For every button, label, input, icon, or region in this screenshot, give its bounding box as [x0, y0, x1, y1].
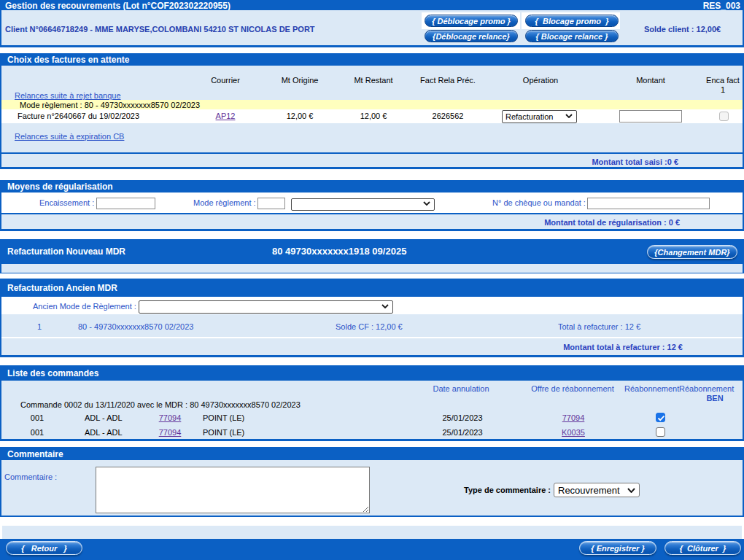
col-reabonnement: Réabonnement [624, 384, 679, 393]
ancien-mdr-section-body: Ancien Mode de Règlement : 1 80 - 49730x… [0, 297, 744, 357]
ancien-mdr-section-header: Refacturation Ancien MDR [0, 279, 744, 297]
blocage-relance-button[interactable]: { Blocage relance } [525, 30, 619, 42]
commande-row-type: ADL - ADL [85, 428, 123, 437]
deblocage-relance-button[interactable]: {Déblocage relance} [425, 30, 518, 42]
factures-section-header: Choix des factures en attente [0, 53, 744, 66]
col-offre-reabonnement: Offre de réabonnement [531, 384, 614, 393]
col-fact-rela: Fact Rela Préc. [420, 76, 476, 85]
commande-row-code-link[interactable]: 77094 [159, 428, 182, 437]
factures-divider [1, 152, 743, 154]
col-mt-restant: Mt Restant [354, 76, 392, 85]
ancien-mdr-row: 1 80 - 49730xxxxxxx8570 02/2023 Solde CF… [1, 314, 743, 337]
commentaire-section-title: Commentaire [7, 449, 63, 459]
operation-select-wrap: Refacturation [502, 109, 577, 122]
regularisation-section-title: Moyens de régularisation [7, 182, 113, 192]
nouveau-mdr-strip [0, 264, 744, 273]
montant-total-regularisation: Montant total de régularisation : 0 € [544, 218, 680, 227]
mt-restant-value: 12,00 € [360, 112, 387, 120]
commandes-section-title: Liste des commandes [7, 368, 98, 378]
commentaire-section-body: Commentaire : Type de commentaire : Reco… [0, 460, 744, 517]
mode-reglement-select[interactable] [291, 198, 435, 211]
deblocage-promo-button[interactable]: { Déblocage promo } [425, 15, 518, 27]
ancien-mdr-select[interactable] [139, 300, 393, 314]
col-montant: Montant [636, 76, 665, 85]
fact-rela-value: 2626562 [433, 112, 464, 120]
type-commentaire-label: Type de commentaire : [464, 486, 551, 494]
cheque-label: N° de chèque ou mandat : [492, 198, 586, 207]
operation-select[interactable]: Refacturation [502, 110, 577, 123]
encaissement-label: Encaissement : [39, 198, 94, 207]
commande-row-num: 001 [31, 413, 44, 422]
cheque-input[interactable] [587, 198, 710, 209]
mode-reglement-label: Mode règlement : [193, 198, 256, 207]
commande-row-date: 25/01/2023 [442, 413, 482, 422]
page: { "colors":{"primary_blue":"#0b60c4","pa… [0, 0, 744, 560]
ancien-mdr-total-row: Montant total à refacturer : 12 € [1, 338, 743, 355]
commande-row-num: 001 [31, 428, 44, 437]
commande-row-name: POINT (LE) [203, 428, 244, 437]
ancien-mdr-section-title: Refacturation Ancien MDR [7, 283, 117, 293]
solde-client: Solde client : 12,00€ [644, 25, 721, 34]
courrier-link[interactable]: AP12 [216, 112, 236, 120]
ancien-mdr-label: Ancien Mode de Règlement : [33, 302, 136, 311]
commande-row-offre-link[interactable]: K0035 [562, 428, 585, 437]
mode-reglement-input[interactable] [257, 198, 285, 209]
facture-label: Facture n°2640667 du 19/02/2023 [18, 112, 139, 120]
commentaire-label: Commentaire : [4, 472, 57, 481]
changement-mdr-button[interactable]: {Changement MDR} [647, 245, 737, 259]
enca-fact-checkbox[interactable] [719, 112, 729, 121]
type-commentaire-select[interactable]: Recouvrement [554, 483, 640, 497]
montant-input[interactable] [619, 110, 682, 122]
ancien-mdr-row-mdr: 80 - 49730xxxxxxx8570 02/2023 [78, 322, 193, 331]
ancien-mdr-row-total: Total à refacturer : 12 € [558, 322, 640, 331]
commentaire-textarea[interactable] [96, 467, 370, 513]
nouveau-mdr-title: Refacturation Nouveau MDR [7, 246, 125, 257]
montant-total-refacturer: Montant total à refacturer : 12 € [563, 343, 683, 351]
commande-row-type: ADL - ADL [85, 413, 123, 422]
commandes-section-body: Date annulation Offre de réabonnement Ré… [0, 381, 744, 441]
col-enca-fact-num: 1 [721, 85, 725, 94]
relances-expiration-link[interactable]: Relances suite à expiration CB [15, 132, 124, 141]
commentaire-section-header: Commentaire [0, 447, 744, 460]
blocage-promo-button[interactable]: { Blocage promo } [525, 15, 619, 27]
montant-total-saisi: Montant total saisi :0 € [592, 158, 678, 166]
commande-row-code-link[interactable]: 77094 [159, 413, 182, 422]
footer-bar: { Retour } { Enregistrer } { Clôturer } [0, 539, 744, 560]
mode-reglement-text: Mode règlement : 80 - 49730xxxxxxx8570 0… [20, 101, 200, 109]
reabonnement-checkbox[interactable] [656, 427, 665, 437]
relances-rejet-link[interactable]: Relances suite à rejet banque [15, 91, 121, 100]
mode-reglement-row: Mode règlement : 80 - 49730xxxxxxx8570 0… [1, 100, 743, 109]
col-reabonnement-ben-2: BEN [706, 394, 723, 402]
regularisation-fields-row: Encaissement : Mode règlement : N° de ch… [1, 192, 743, 213]
commande-header-line: Commande 0002 du 13/11/2020 avec le MDR … [20, 400, 301, 409]
commandes-section-header: Liste des commandes [0, 365, 744, 381]
nouveau-mdr-band: Refacturation Nouveau MDR 80 49730xxxxxx… [0, 239, 744, 264]
encaissement-input[interactable] [96, 198, 155, 209]
title-bar: Gestion des recouvrements (Lot n°COF2023… [0, 0, 744, 10]
col-mt-origine: Mt Origine [282, 76, 319, 85]
retour-button[interactable]: { Retour } [6, 541, 82, 555]
col-date-annulation: Date annulation [433, 384, 489, 393]
commande-row-offre-link[interactable]: 77094 [562, 413, 585, 422]
page-title: Gestion des recouvrements (Lot n°COF2023… [5, 1, 230, 11]
cloturer-button[interactable]: { Clôturer } [664, 541, 741, 555]
commande-row-name: POINT (LE) [203, 413, 244, 422]
ancien-mdr-row-solde: Solde CF : 12,00 € [336, 322, 403, 331]
factures-section-body: Courrier Mt Origine Mt Restant Fact Rela… [0, 66, 744, 169]
ancien-mdr-row-num: 1 [37, 322, 42, 331]
ancien-mdr-select-wrap [139, 300, 393, 313]
regularisation-divider [1, 213, 743, 214]
mode-reglement-select-wrap [291, 197, 435, 209]
client-label: Client N°06646718249 - MME MARYSE,COLOMB… [5, 25, 315, 34]
col-courrier: Courrier [211, 76, 240, 85]
col-enca-fact: Enca fact [706, 76, 740, 85]
enregistrer-button[interactable]: { Enregistrer } [579, 541, 656, 555]
nouveau-mdr-value: 80 49730xxxxxxx1918 09/2025 [272, 246, 406, 257]
footer-strip [2, 526, 742, 539]
regularisation-section-header: Moyens de régularisation [0, 180, 744, 192]
col-operation: Opération [523, 76, 558, 85]
screen-code: RES_003 [703, 1, 740, 11]
regularisation-section-body: Encaissement : Mode règlement : N° de ch… [0, 192, 744, 231]
factures-section-title: Choix des factures en attente [7, 55, 129, 65]
reabonnement-checkbox[interactable] [656, 413, 665, 422]
